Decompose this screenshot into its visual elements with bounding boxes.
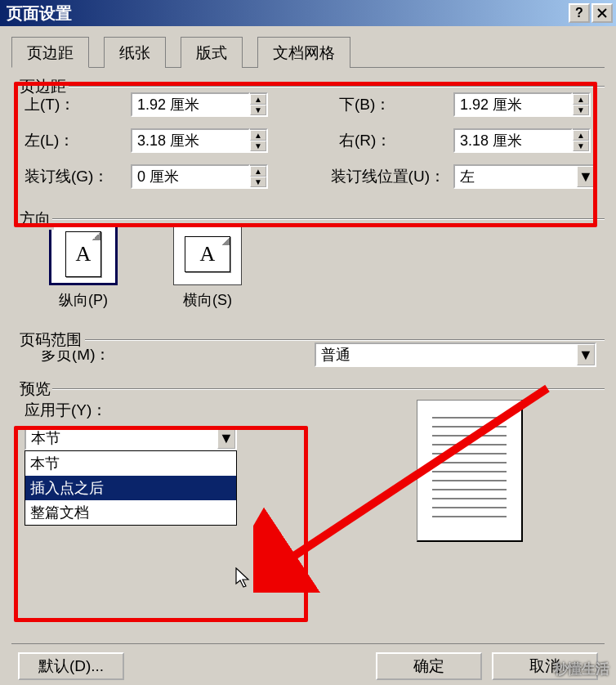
tab-layout[interactable]: 版式: [181, 37, 243, 68]
gutter-pos-select[interactable]: 左 ▼: [453, 164, 596, 189]
apply-label: 应用于(Y)：: [25, 401, 107, 419]
apply-option-whole-doc[interactable]: 整篇文档: [25, 500, 236, 525]
spin-up-icon[interactable]: ▲: [250, 94, 266, 105]
apply-option-section[interactable]: 本节: [25, 451, 236, 476]
portrait-option[interactable]: A 纵向(P): [49, 223, 118, 310]
spin-up-icon[interactable]: ▲: [250, 130, 266, 141]
tab-margins[interactable]: 页边距: [11, 37, 89, 68]
apply-option-after-cursor[interactable]: 插入点之后: [25, 476, 236, 500]
bottom-spinner[interactable]: ▲▼: [453, 92, 591, 117]
titlebar: 页面设置 ?: [0, 0, 616, 26]
help-button[interactable]: ?: [569, 3, 590, 23]
chevron-down-icon: ▼: [217, 428, 235, 449]
left-spinner[interactable]: ▲▼: [131, 128, 268, 153]
gutter-spinner[interactable]: ▲▼: [131, 164, 268, 189]
top-spinner[interactable]: ▲▼: [131, 92, 268, 117]
close-button[interactable]: [591, 3, 613, 23]
orientation-group: 方向 A 纵向(P) A 横向(S): [11, 208, 605, 321]
chevron-down-icon: ▼: [577, 344, 595, 365]
ok-button[interactable]: 确定: [376, 652, 482, 680]
apply-select[interactable]: 本节 ▼: [25, 426, 237, 450]
right-label: 右(R)：: [339, 130, 453, 151]
spin-down-icon[interactable]: ▼: [250, 177, 266, 187]
spin-down-icon[interactable]: ▼: [250, 105, 266, 115]
preview-group: 预览 应用于(Y)： 本节 ▼ 本节 插入点之后 整篇文档: [11, 378, 605, 575]
watermark: 秒懂生活: [554, 660, 609, 678]
default-button[interactable]: 默认(D)...: [18, 652, 124, 680]
landscape-icon: A: [173, 223, 242, 285]
landscape-label: 横向(S): [183, 292, 232, 308]
gutter-pos-label: 装订线位置(U)：: [274, 166, 453, 187]
landscape-option[interactable]: A 横向(S): [173, 223, 242, 310]
chevron-down-icon: ▼: [577, 166, 595, 187]
spin-up-icon[interactable]: ▲: [573, 130, 589, 141]
preview-page-thumbnail: [417, 400, 523, 542]
orientation-legend: 方向: [16, 208, 54, 230]
spin-up-icon[interactable]: ▲: [573, 94, 589, 105]
bottom-label: 下(B)：: [339, 94, 453, 115]
spin-up-icon[interactable]: ▲: [250, 166, 266, 177]
left-input[interactable]: [131, 128, 250, 153]
spin-down-icon[interactable]: ▼: [573, 105, 589, 115]
gutter-label: 装订线(G)：: [25, 166, 131, 187]
right-spinner[interactable]: ▲▼: [453, 128, 591, 153]
multipage-select[interactable]: 普通 ▼: [315, 342, 596, 367]
multipage-value: 普通: [316, 345, 577, 365]
margins-group: 页边距 上(T)： ▲▼ 下(B)： ▲▼ 左(L)： ▲▼ 右(R)：: [11, 76, 605, 200]
gutter-input[interactable]: [131, 164, 250, 189]
spin-down-icon[interactable]: ▼: [573, 141, 589, 151]
left-label: 左(L)：: [25, 130, 131, 151]
spin-down-icon[interactable]: ▼: [250, 141, 266, 151]
right-input[interactable]: [453, 128, 573, 153]
tab-paper[interactable]: 纸张: [104, 37, 166, 68]
top-input[interactable]: [131, 92, 250, 117]
button-row: 默认(D)... 确定 取消: [11, 643, 605, 680]
apply-value: 本节: [26, 428, 217, 448]
tab-grid[interactable]: 文档网格: [257, 37, 350, 68]
margins-legend: 页边距: [16, 76, 69, 97]
portrait-icon: A: [49, 223, 118, 285]
bottom-input[interactable]: [453, 92, 573, 117]
apply-dropdown-list: 本节 插入点之后 整篇文档: [25, 450, 237, 526]
tab-bar: 页边距 纸张 版式 文档网格: [11, 36, 605, 68]
pagerange-legend: 页码范围: [16, 329, 85, 351]
pagerange-group: 页码范围 多页(M)： 普通 ▼: [11, 329, 605, 370]
dialog-title: 页面设置: [7, 2, 567, 25]
close-icon: [597, 8, 607, 18]
preview-legend: 预览: [16, 378, 54, 400]
portrait-label: 纵向(P): [59, 292, 108, 308]
gutter-pos-value: 左: [455, 167, 577, 186]
